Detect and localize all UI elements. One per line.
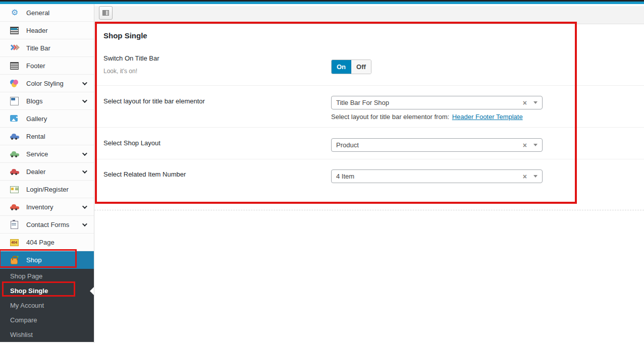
orange-car-icon [10, 202, 20, 211]
footer-icon [10, 61, 20, 70]
dropdown-caret-icon [533, 101, 538, 104]
sidebar-item-label: Inventory [26, 203, 53, 211]
header-icon [10, 26, 20, 35]
sidebar-item-label: Gallery [26, 115, 47, 123]
shop-layout-field-label: Select Shop Layout [103, 139, 160, 147]
sidebar-item-rental[interactable]: Rental [0, 128, 94, 145]
expand-options-button[interactable] [99, 6, 113, 20]
submenu-item-label: Shop Page [10, 272, 42, 280]
sidebar-item-service[interactable]: Service [0, 145, 94, 163]
sidebar-item-color-styling[interactable]: Color Styling [0, 75, 94, 92]
sidebar-item-404-page[interactable]: 404 Page [0, 234, 94, 251]
sidebar-item-shop[interactable]: Shop [0, 251, 94, 269]
sidebar-item-label: General [26, 9, 49, 17]
sidebar-item-label: 404 Page [26, 239, 55, 246]
submenu-item-label: My Account [10, 302, 44, 309]
elementor-field-description: Select layout for title bar elementor fr… [331, 113, 523, 121]
content-toolbar [94, 6, 644, 24]
shop-submenu: Shop Page Shop Single My Account Compare… [0, 269, 94, 342]
sidebar-item-label: Footer [26, 62, 45, 70]
sidebar-item-label: Color Styling [26, 80, 64, 87]
sidebar-item-label: Dealer [26, 168, 45, 176]
sidebar-item-blogs[interactable]: Blogs [0, 92, 94, 110]
sidebar-item-dealer[interactable]: Dealer [0, 163, 94, 181]
sidebar-item-label: Rental [26, 133, 45, 140]
submenu-item-label: Compare [10, 316, 37, 324]
sidebar-item-contact-forms[interactable]: Contact Forms [0, 216, 94, 234]
sidebar-item-label: Shop [26, 256, 41, 264]
toggle-off-button[interactable]: Off [351, 60, 371, 74]
sidebar-item-label: Title Bar [26, 44, 50, 52]
active-item-pointer [90, 287, 94, 295]
id-card-icon [10, 185, 20, 194]
sidebar-item-footer[interactable]: Footer [0, 57, 94, 75]
sidebar-item-label: Contact Forms [26, 221, 69, 228]
description-text: Select layout for title bar elementor fr… [331, 113, 451, 121]
picture-icon [10, 114, 20, 123]
submenu-item-shop-page[interactable]: Shop Page [0, 269, 94, 283]
select-value: Product [336, 141, 359, 149]
panel-layout-icon [102, 10, 109, 16]
chevron-down-icon [82, 80, 87, 85]
blog-page-icon [10, 96, 20, 105]
submenu-item-my-account[interactable]: My Account [0, 298, 94, 313]
clear-selection-icon[interactable]: × [523, 142, 527, 149]
sidebar-item-label: Service [26, 150, 48, 158]
page-title: Shop Single [103, 31, 147, 40]
sidebar-item-inventory[interactable]: Inventory [0, 198, 94, 216]
clear-selection-icon[interactable]: × [523, 173, 527, 180]
sidebar-item-label: Blogs [26, 97, 43, 105]
submenu-item-compare[interactable]: Compare [0, 313, 94, 327]
header-footer-template-link[interactable]: Header Footer Template [452, 113, 523, 121]
select-value: 4 Item [336, 173, 354, 180]
toggle-on-button[interactable]: On [332, 60, 351, 74]
chevron-down-icon [82, 168, 87, 174]
clear-selection-icon[interactable]: × [523, 99, 527, 106]
section-divider [94, 159, 644, 159]
elementor-field-label: Select layout for title bar elementor [103, 97, 205, 105]
chevron-down-icon [82, 221, 87, 226]
options-sidebar: ⚙ General Header Title Bar Footer Color … [0, 4, 94, 343]
title-bar-toggle: On Off [331, 60, 371, 74]
chevron-down-icon [82, 98, 87, 103]
blue-car-icon [10, 132, 20, 141]
chevrons-icon [10, 43, 20, 52]
options-menu: ⚙ General Header Title Bar Footer Color … [0, 4, 94, 269]
shop-single-panel: Shop Single Switch On Title Bar Look, it… [94, 24, 644, 343]
sidebar-item-gallery[interactable]: Gallery [0, 110, 94, 128]
chevron-down-icon [82, 204, 87, 209]
related-item-select[interactable]: 4 Item × [331, 169, 543, 183]
elementor-layout-select[interactable]: Title Bar For Shop × [331, 96, 543, 109]
clipboard-icon [10, 220, 20, 229]
submenu-item-label: Wishlist [10, 331, 33, 338]
theme-options-page: ⚙ General Header Title Bar Footer Color … [0, 0, 644, 343]
shopping-bag-icon [10, 255, 20, 264]
dropdown-caret-icon [533, 144, 538, 146]
options-content: Shop Single Switch On Title Bar Look, it… [94, 4, 644, 343]
sidebar-item-label: Header [26, 27, 48, 34]
section-divider [94, 127, 644, 128]
dropdown-caret-icon [533, 175, 538, 178]
sidebar-item-title-bar[interactable]: Title Bar [0, 39, 94, 57]
section-divider [94, 85, 644, 86]
select-value: Title Bar For Shop [336, 99, 389, 106]
color-palette-icon [10, 79, 20, 88]
sidebar-item-header[interactable]: Header [0, 22, 94, 39]
submenu-item-wishlist[interactable]: Wishlist [0, 327, 94, 342]
toggle-field-label: Switch On Title Bar [103, 54, 159, 62]
toggle-field-subtitle: Look, it's on! [103, 68, 137, 75]
panel-bottom-border [94, 210, 644, 210]
submenu-item-label: Shop Single [10, 287, 48, 295]
sidebar-item-login-register[interactable]: Login/Register [0, 181, 94, 198]
gear-icon: ⚙ [10, 8, 20, 17]
related-item-field-label: Select Related Item Number [103, 170, 186, 178]
submenu-item-shop-single[interactable]: Shop Single [0, 283, 94, 298]
shop-layout-select[interactable]: Product × [331, 138, 543, 152]
chevron-down-icon [82, 151, 87, 156]
green-car-icon [10, 149, 20, 158]
red-car-icon [10, 167, 20, 176]
sidebar-item-label: Login/Register [26, 186, 69, 193]
404-page-icon [10, 238, 20, 247]
sidebar-item-general[interactable]: ⚙ General [0, 4, 94, 22]
